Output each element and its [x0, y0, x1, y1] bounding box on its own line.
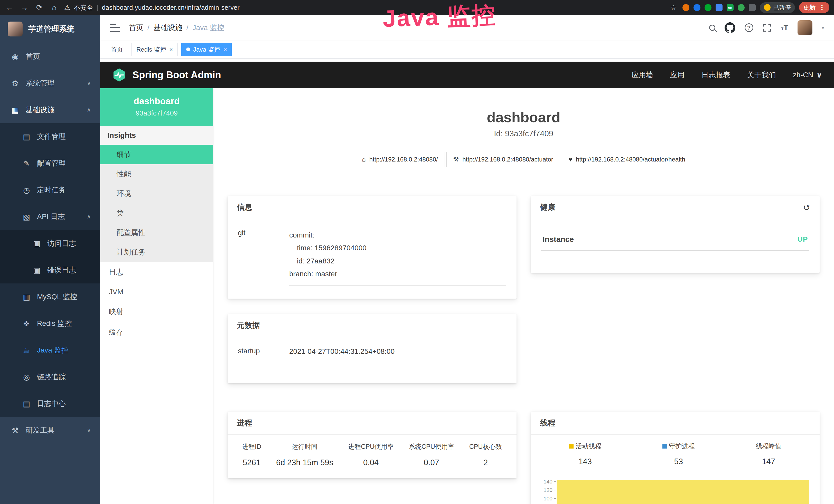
process-card: 进程 进程ID 5261 运行时间 6d 23h 15m 5 [227, 412, 517, 478]
sidebar-item-system[interactable]: ⚙ 系统管理 ∨ [0, 70, 100, 96]
sidebar-item-label: API 日志 [37, 212, 65, 222]
cards-left-column: 信息 git commit: time: 1596289704000 id: 2… [227, 196, 517, 478]
extension-icon-3[interactable] [705, 4, 711, 11]
tag-home[interactable]: 首页 [106, 43, 128, 56]
browser-forward-icon[interactable]: → [20, 3, 29, 12]
health-instance-row: Instance UP [541, 231, 810, 251]
sba-item-scheduled[interactable]: 计划任务 [100, 243, 213, 262]
extension-icon-5[interactable]: on [727, 4, 733, 11]
sba-item-mappings[interactable]: 映射 [100, 301, 213, 322]
tag-label: 首页 [111, 45, 123, 54]
tag-label: Redis 监控 [136, 45, 166, 54]
breadcrumb-infra[interactable]: 基础设施 [154, 23, 182, 32]
close-icon[interactable]: × [169, 46, 173, 53]
actuator-url-link[interactable]: ⚒ http://192.168.0.2:48080/actuator [446, 152, 560, 167]
info-card-title: 信息 [227, 196, 517, 219]
browser-actions: ☆ on 已暂停 更新 ⋮ [668, 2, 829, 13]
fontsize-icon[interactable]: тT [781, 23, 788, 32]
chevron-down-icon: ∨ [816, 71, 822, 79]
sba-brand-label: Spring Boot Admin [133, 70, 221, 81]
sba-nav-applications[interactable]: 应用 [670, 70, 684, 80]
translator-paused-badge[interactable]: 已暂停 [760, 2, 795, 13]
sidebar-item-infra[interactable]: ▦ 基础设施 ∧ [0, 96, 100, 123]
tag-redis[interactable]: Redis 监控 × [132, 43, 178, 56]
extension-icon-7[interactable] [749, 4, 756, 11]
extension-icon-1[interactable] [682, 4, 689, 11]
sidebar-item-trace[interactable]: ◎ 链路追踪 [0, 364, 100, 390]
tag-java[interactable]: Java 监控 × [181, 43, 232, 56]
sidebar-item-access-log[interactable]: ▣ 访问日志 [0, 230, 100, 257]
app-logo[interactable]: 芋道管理系统 [0, 15, 100, 43]
metric-uptime: 运行时间 6d 23h 15m 59s [276, 442, 333, 467]
health-url-link[interactable]: ♥ http://192.168.0.2:48080/actuator/heal… [562, 152, 692, 167]
instance-label: Instance [543, 235, 574, 244]
sba-logo-icon [112, 68, 126, 82]
fullscreen-icon[interactable] [763, 23, 772, 32]
sidebar-item-config[interactable]: ✎ 配置管理 [0, 150, 100, 177]
sba-app-id: 93a3fc7f7409 [103, 109, 210, 117]
close-icon[interactable]: × [223, 46, 227, 53]
sba-item-metrics[interactable]: 性能 [100, 164, 213, 184]
process-card-title: 进程 [227, 412, 517, 435]
sba-item-classes[interactable]: 类 [100, 203, 213, 223]
hamburger-icon[interactable] [110, 24, 120, 32]
extension-icon-2[interactable] [694, 4, 700, 11]
app-title: 芋道管理系统 [28, 24, 74, 35]
help-icon[interactable]: ? [745, 23, 753, 32]
main-column: 首页 / 基础设施 / Java 监控 ? тT ▾ [100, 15, 834, 504]
info-key: git [238, 229, 289, 285]
sidebar-item-home[interactable]: ◉ 首页 [0, 43, 100, 70]
avatar-caret-icon[interactable]: ▾ [822, 25, 824, 31]
sba-nav-journal[interactable]: 日志报表 [701, 70, 730, 80]
sba-nav-wallboard[interactable]: 应用墙 [632, 70, 653, 80]
sidebar-item-dev-tools[interactable]: ⚒ 研发工具 ∨ [0, 417, 100, 444]
browser-back-icon[interactable]: ← [5, 3, 14, 12]
breadcrumb-home[interactable]: 首页 [129, 23, 143, 32]
sidebar-item-log-center[interactable]: ▤ 日志中心 [0, 390, 100, 417]
extension-icon-6[interactable] [738, 4, 745, 11]
service-url-link[interactable]: ⌂ http://192.168.0.2:48080/ [355, 152, 445, 167]
browser-reload-icon[interactable]: ⟳ [35, 3, 44, 12]
sidebar-item-label: Redis 监控 [37, 319, 72, 328]
sba-brand[interactable]: Spring Boot Admin [112, 68, 221, 82]
history-icon[interactable]: ↺ [803, 202, 811, 212]
sidebar-item-redis[interactable]: ❖ Redis 监控 [0, 310, 100, 337]
kebab-menu-icon[interactable]: ⋮ [818, 4, 825, 12]
sba-locale-select[interactable]: zh-CN ∨ [793, 71, 822, 79]
sba-item-logs[interactable]: 日志 [100, 262, 213, 282]
info-git-row: git commit: time: 1596289704000 id: 27aa… [238, 229, 506, 285]
tags-bar: 首页 Redis 监控 × Java 监控 × [100, 41, 834, 59]
sba-item-configprops[interactable]: 配置属性 [100, 223, 213, 243]
database-icon: ▥ [22, 293, 31, 301]
chrome-update-button[interactable]: 更新 ⋮ [799, 2, 829, 13]
security-label: 不安全 [74, 3, 93, 12]
sba-app-block[interactable]: dashboard 93a3fc7f7409 [100, 88, 213, 126]
chevron-up-icon: ∧ [87, 213, 91, 220]
metric-process-cpu: 进程CPU使用率 0.04 [348, 442, 394, 467]
sidebar-item-api-log[interactable]: ▧ API 日志 ∧ [0, 203, 100, 230]
sidebar-item-jobs[interactable]: ◷ 定时任务 [0, 177, 100, 203]
browser-home-icon[interactable]: ⌂ [49, 3, 59, 12]
sidebar-item-files[interactable]: ▤ 文件管理 [0, 123, 100, 150]
sidebar-item-error-log[interactable]: ▣ 错误日志 [0, 257, 100, 283]
sba-item-jvm[interactable]: JVM [100, 282, 213, 301]
sidebar-item-mysql[interactable]: ▥ MySQL 监控 [0, 283, 100, 310]
sba-item-environment[interactable]: 环境 [100, 184, 213, 203]
extension-icon-4[interactable] [716, 4, 723, 11]
java-monitor-icon: ☕ [22, 346, 31, 355]
user-avatar[interactable] [797, 20, 812, 35]
sba-nav-about[interactable]: 关于我们 [747, 70, 776, 80]
link-label: http://192.168.0.2:48080/ [369, 156, 438, 163]
sba-item-caches[interactable]: 缓存 [100, 322, 213, 343]
bookmark-star-icon[interactable]: ☆ [668, 3, 678, 12]
metadata-key: startup [238, 347, 289, 361]
sidebar-item-java[interactable]: ☕ Java 监控 [0, 337, 100, 364]
wrench-icon: ⚒ [453, 156, 459, 163]
search-icon[interactable] [709, 25, 715, 31]
address-bar[interactable]: ⚠ 不安全 | dashboard.yudao.iocoder.cn/infra… [64, 3, 663, 12]
metric-pid: 进程ID 5261 [242, 442, 261, 467]
sba-item-details[interactable]: 细节 [100, 145, 213, 164]
info-card: 信息 git commit: time: 1596289704000 id: 2… [227, 196, 517, 299]
github-icon[interactable] [725, 22, 736, 33]
sba-insights-label: Insights [100, 126, 213, 145]
